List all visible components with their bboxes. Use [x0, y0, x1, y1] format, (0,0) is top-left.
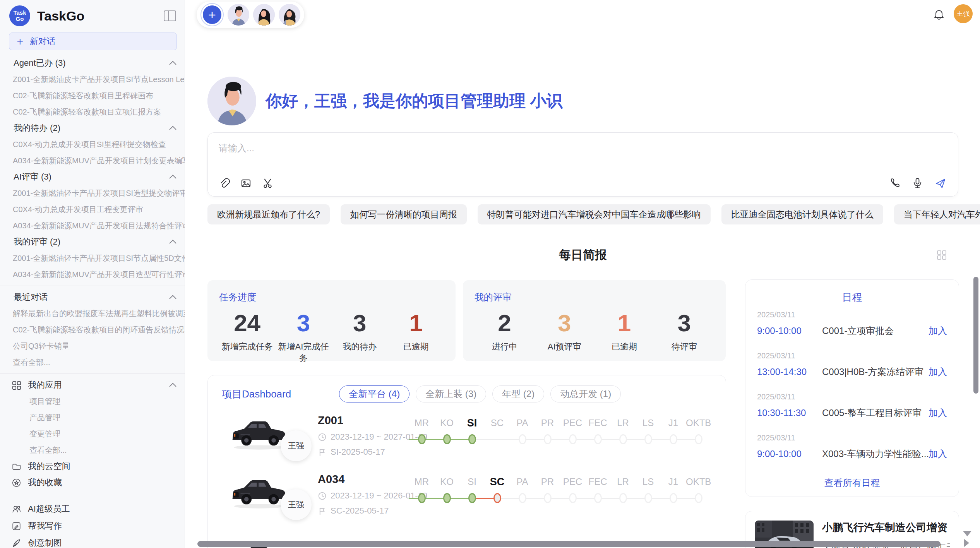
suggestion-chip[interactable]: 特朗普可能对进口汽车增税会对中国车企造成哪些影响 — [478, 204, 711, 224]
sidebar-section-header[interactable]: Agent已办 (3) — [0, 55, 185, 71]
event-join-link[interactable]: 加入 — [929, 366, 947, 378]
milestone: PA — [510, 473, 535, 510]
event-date: 2025/03/11 — [757, 392, 947, 401]
layout-grid-icon[interactable] — [936, 250, 947, 260]
sidebar-collapse-icon[interactable] — [164, 10, 176, 21]
sidebar-item[interactable]: C02-飞腾新能源轻客改款项目的闭环通告反馈情况 — [0, 322, 185, 338]
chevron-up-icon[interactable] — [169, 383, 176, 390]
chevron-up-icon[interactable] — [169, 295, 176, 302]
sidebar-item[interactable]: C0X4-动力总成开发项目SI里程碑提交物检查 — [0, 136, 185, 152]
sidebar-item[interactable]: A034-全新新能源MUV产品开发项目计划变更表编写 — [0, 152, 185, 169]
stat-value: 3 — [332, 310, 388, 336]
chat-input[interactable] — [218, 141, 949, 165]
milestone-label: PEC — [560, 414, 585, 432]
chevron-up-icon[interactable] — [169, 240, 176, 247]
event-row: 9:00-10:00X003-车辆动力学性能验...加入 — [757, 448, 947, 460]
event-date: 2025/03/11 — [757, 310, 947, 319]
event-join-link[interactable]: 加入 — [929, 407, 947, 419]
milestone-dot-zone — [409, 432, 434, 448]
new-chat-button[interactable]: ＋ 新对话 — [9, 33, 177, 50]
suggestion-chip[interactable]: 欧洲新规最近颁布了什么? — [207, 204, 330, 224]
horizontal-scrollbar-thumb[interactable] — [197, 541, 941, 547]
sidebar-section-header[interactable]: 我的待办 (2) — [0, 120, 185, 136]
event-row: 9:00-10:00C001-立项审批会加入 — [757, 325, 947, 337]
sidebar-item[interactable]: C02-飞腾新能源轻客改款项目里程碑画布 — [0, 87, 185, 104]
divider — [0, 373, 185, 374]
sidebar-item-ai-employee[interactable]: AI超级员工 — [0, 500, 185, 517]
suggestion-chip[interactable]: 比亚迪全固态电池计划具体说了什么 — [721, 204, 883, 224]
microphone-icon[interactable] — [911, 177, 923, 189]
sidebar-item[interactable]: A034-全新新能源MUV产品开发项目造型可行性评审 — [0, 266, 185, 283]
my-apps-item[interactable]: 变更管理 — [0, 426, 185, 442]
milestone: PR — [535, 414, 560, 451]
dashboard-tab[interactable]: 动总开发 (1) — [550, 385, 621, 402]
phone-icon[interactable] — [889, 177, 901, 189]
sidebar-item-cloud-space[interactable]: 我的云空间 — [0, 458, 185, 474]
scroll-down-arrow-icon[interactable] — [963, 531, 971, 536]
assistant-avatar-large — [207, 77, 256, 125]
my-apps-item[interactable]: 项目管理 — [0, 393, 185, 409]
milestone-dot-zone — [510, 432, 535, 448]
milestone-dot — [670, 434, 677, 444]
flag-icon — [318, 507, 327, 515]
stat-value: 3 — [654, 310, 714, 336]
scissors-icon[interactable] — [262, 177, 274, 189]
chevron-up-icon[interactable] — [169, 126, 176, 133]
sidebar-item-my-apps[interactable]: 我的应用 — [0, 377, 185, 393]
milestone-dot-zone — [585, 432, 610, 448]
event-time: 13:00-14:30 — [757, 366, 822, 377]
my-apps-view-all[interactable]: 查看全部... — [0, 442, 185, 458]
suggestion-chip[interactable]: 当下年轻人对汽车外观有怎样的喜好趋势 — [894, 204, 980, 224]
favorites-label: 我的收藏 — [28, 477, 175, 488]
chevron-up-icon[interactable] — [169, 61, 176, 68]
sidebar-item[interactable]: A034-全新新能源MUV产品开发项目法规符合性评审 — [0, 217, 185, 234]
milestone-label: MR — [409, 473, 434, 491]
sidebar-item[interactable]: C02-飞腾新能源轻客改款项目立项汇报方案 — [0, 104, 185, 120]
sidebar-item[interactable]: Z001-全新燃油轻卡产品开发项目SI节点属性5D文件评审 — [0, 250, 185, 266]
my-apps-item[interactable]: 产品管理 — [0, 409, 185, 426]
milestone-dot-zone — [686, 491, 711, 507]
sidebar-item[interactable]: C0X4-动力总成开发项目工程变更评审 — [0, 201, 185, 217]
sidebar-section-header[interactable]: AI评审 (3) — [0, 169, 185, 185]
sidebar-section-header[interactable]: 最近对话 — [0, 289, 185, 305]
sidebar-item[interactable]: 公司Q3轻卡销量 — [0, 338, 185, 354]
milestone-dot — [594, 434, 602, 444]
milestone-dot-zone — [610, 491, 636, 507]
vertical-scrollbar-thumb[interactable] — [973, 277, 978, 394]
dashboard-tab[interactable]: 全新平台 (4) — [339, 385, 409, 402]
dashboard-tab[interactable]: 年型 (2) — [492, 385, 544, 402]
event-join-link[interactable]: 加入 — [929, 448, 947, 460]
milestone-label: J1 — [661, 473, 686, 491]
sidebar-item[interactable]: Z001-全新燃油轻卡产品开发项目SI造型提交物评审 — [0, 185, 185, 201]
milestone-dot — [544, 493, 552, 503]
milestone-label: FEC — [585, 473, 610, 491]
sidebar-item[interactable]: 解释最新出台的欧盟报废车法规再生塑料比例被调至15%... — [0, 305, 185, 322]
sidebar-view-all[interactable]: 查看全部... — [0, 354, 185, 370]
milestone-dot-zone — [459, 491, 485, 507]
milestone: SC — [485, 473, 510, 510]
event-name: C005-整车工程目标评审 — [822, 407, 929, 419]
scroll-right-arrow-icon[interactable] — [964, 539, 969, 547]
view-all-schedule-link[interactable]: 查看所有日程 — [757, 468, 947, 498]
sidebar-section-header[interactable]: 我的评审 (2) — [0, 234, 185, 250]
milestone-dot — [544, 434, 552, 444]
sidebar-item-creative-draw[interactable]: 创意制图 — [0, 534, 185, 548]
schedule-event: 2025/03/119:00-10:00C001-立项审批会加入 — [757, 304, 947, 345]
milestone-dot — [519, 434, 526, 444]
chevron-up-icon[interactable] — [169, 175, 176, 182]
event-join-link[interactable]: 加入 — [929, 325, 947, 337]
milestone-dot — [418, 493, 426, 503]
milestone: LS — [636, 414, 661, 451]
attachment-icon[interactable] — [218, 177, 230, 189]
milestone-dot-zone — [485, 432, 510, 448]
image-icon[interactable] — [240, 177, 252, 189]
dashboard-tab[interactable]: 全新上装 (3) — [416, 385, 486, 402]
help-write-label: 帮我写作 — [28, 520, 175, 532]
send-icon[interactable] — [934, 177, 946, 189]
sidebar-item-help-write[interactable]: 帮我写作 — [0, 517, 185, 534]
sidebar-item[interactable]: Z001-全新燃油皮卡产品开发项目SI节点Lesson Learn报告 — [0, 71, 185, 87]
event-time: 10:30-11:30 — [757, 408, 822, 418]
sidebar-item-favorites[interactable]: 我的收藏 — [0, 474, 185, 491]
suggestion-chip[interactable]: 如何写一份清晰的项目周报 — [341, 204, 467, 224]
milestone-dot — [569, 434, 577, 444]
